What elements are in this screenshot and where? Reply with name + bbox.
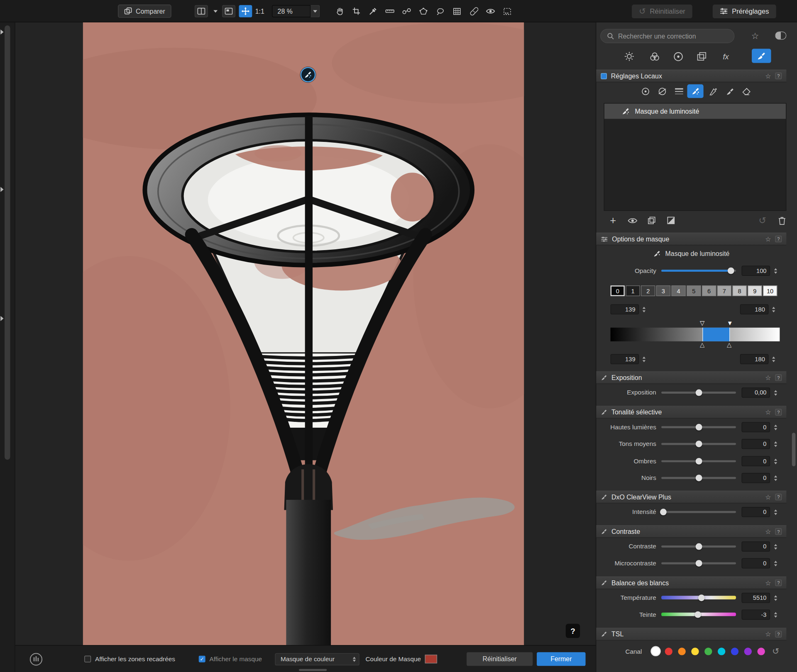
blacks-value[interactable]: 0 [742,473,770,483]
favorite-star-icon[interactable]: ☆ [765,235,771,243]
shadows-stepper[interactable] [773,457,779,466]
microcontrast-slider[interactable] [661,562,736,565]
zone-button-5[interactable]: 5 [687,285,701,296]
help-icon[interactable]: ? [775,236,782,242]
duplicate-mask-button[interactable] [644,214,659,226]
local-adjustments-mask-tool[interactable] [501,5,514,17]
exposition-stepper[interactable] [773,388,779,397]
active-brush-cursor-badge[interactable] [301,67,316,83]
left-panel-expander-icon[interactable] [0,187,3,192]
straighten-tool[interactable] [383,5,396,17]
eraser-tool[interactable] [740,85,754,98]
search-field[interactable] [600,29,734,43]
tint-slider[interactable] [661,613,736,616]
close-button[interactable]: Fermer [537,652,586,666]
help-icon[interactable]: ? [775,528,782,535]
section-header-contraste[interactable]: Contraste ☆ ? [596,525,786,538]
favorite-star-icon[interactable]: ☆ [765,528,771,535]
auto-mask-brush-tool[interactable] [706,85,720,98]
section-header-clearview[interactable]: DxO ClearView Plus ☆ ? [596,491,786,504]
zone-button-0[interactable]: 0 [611,285,625,296]
image-canvas[interactable] [15,22,595,645]
contrast-value[interactable]: 0 [742,541,770,551]
temperature-value[interactable]: 5510 [742,593,770,603]
opacity-value[interactable]: 100 [742,265,770,275]
horizontal-scrollbar[interactable] [299,669,327,671]
preview-eye-tool[interactable] [484,5,497,17]
help-icon[interactable]: ? [775,494,782,500]
tsl-reset-icon[interactable]: ↺ [772,646,779,657]
zone-button-6[interactable]: 6 [702,285,716,296]
section-header-local-adjustments[interactable]: Réglages Locaux ☆ ? [596,70,786,83]
exposition-slider[interactable] [661,392,736,394]
opacity-slider[interactable] [661,270,736,272]
range-high-value[interactable]: 180 [740,304,769,314]
show-mask-checkbox[interactable]: ✓ [199,656,205,662]
zone-button-3[interactable]: 3 [656,285,670,296]
highlights-slider[interactable] [661,426,736,428]
show-cropped-checkbox[interactable] [84,656,91,662]
microcontrast-stepper[interactable] [773,559,779,568]
move-tool-button[interactable] [239,5,252,17]
invert-mask-button[interactable] [663,214,679,226]
channel-orange[interactable] [678,648,685,655]
tint-value[interactable]: -3 [742,609,770,619]
luminance-range-bar[interactable] [611,328,780,341]
range-high2-value[interactable]: 180 [740,354,769,364]
split-view-dropdown[interactable] [209,5,222,17]
histogram-toggle-icon[interactable] [29,653,43,666]
range-marker-bottom-left-icon[interactable]: △ [700,342,704,348]
zone-button-4[interactable]: 4 [672,285,686,296]
mask-display-mode-dropdown[interactable]: Masque de couleur [275,653,359,665]
hand-tool[interactable] [333,5,346,17]
temperature-slider[interactable] [661,596,736,599]
favorite-star-icon[interactable]: ☆ [765,631,771,638]
spin-down-icon[interactable] [774,271,777,273]
reset-button[interactable]: ↺ Réinitialiser [632,4,692,18]
control-line-tool[interactable] [655,85,669,98]
compare-button[interactable]: Comparer [118,5,171,18]
mask-list-item-selected[interactable]: Masque de luminosité [604,104,786,119]
help-icon[interactable]: ? [775,374,782,381]
channel-green[interactable] [704,648,712,655]
shadows-slider[interactable] [661,460,736,462]
section-header-white-balance[interactable]: Balance des blancs ☆ ? [596,577,786,589]
opacity-stepper[interactable] [773,266,779,275]
help-icon[interactable]: ? [775,631,782,638]
range-low-value[interactable]: 139 [611,304,639,314]
local-adjustments-list[interactable]: Masque de luminosité [604,103,787,211]
luminosity-mask-tool-active[interactable] [687,84,704,98]
midtones-stepper[interactable] [773,439,779,448]
brush-tool[interactable] [723,85,737,98]
midtones-slider[interactable] [661,443,736,445]
mask-color-swatch[interactable] [425,655,437,663]
section-header-mask-options[interactable]: Options de masque ☆ ? [596,233,786,246]
tab-local-adjustments-active[interactable] [752,49,771,63]
microcontrast-value[interactable]: 0 [742,558,770,568]
channel-purple[interactable] [744,648,752,655]
temperature-stepper[interactable] [773,593,779,602]
intensity-slider[interactable] [661,511,736,513]
exposition-value[interactable]: 0,00 [742,387,770,397]
section-header-tsl[interactable]: TSL ☆ ? [596,628,786,640]
zoom-level-field[interactable]: 28 % [272,5,310,17]
help-icon[interactable]: ? [775,73,782,79]
favorite-star-icon[interactable]: ☆ [765,493,771,501]
blacks-stepper[interactable] [773,473,779,482]
undo-mask-button[interactable]: ↺ [755,214,770,226]
intensity-stepper[interactable] [773,507,779,516]
tab-color[interactable] [647,49,663,63]
tab-effects[interactable]: fx [718,49,733,63]
midtones-value[interactable]: 0 [742,439,770,449]
section-header-tonalite[interactable]: Tonalité sélective ☆ ? [596,406,786,419]
mask-reset-button[interactable]: Réinitialiser [467,652,533,666]
selected-luminance-range[interactable] [703,328,730,341]
left-scrollbar[interactable] [5,25,10,460]
perspective-grid-tool[interactable] [450,5,464,17]
repair-tool[interactable] [467,5,480,17]
zone-button-8[interactable]: 8 [732,285,746,296]
polygon-select-tool[interactable] [417,5,430,17]
channel-magenta[interactable] [757,648,765,655]
split-view-button[interactable] [195,5,208,17]
presets-button[interactable]: Préréglages [713,4,776,18]
